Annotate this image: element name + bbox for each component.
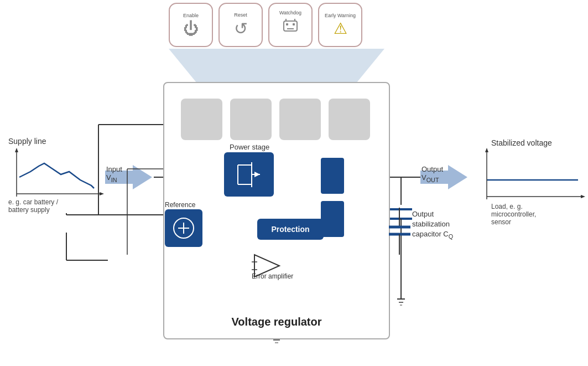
funnel-shape — [169, 49, 384, 86]
reference-block — [165, 209, 202, 247]
reset-icon-box: Reset ↺ — [218, 3, 263, 47]
grey-box-1 — [181, 99, 222, 140]
power-stage-block — [224, 152, 274, 197]
input-label: Input VIN — [106, 165, 122, 183]
reference-symbol — [171, 216, 196, 240]
output-cap-label: Outputstabilizationcapacitor CQ — [412, 209, 453, 241]
output-label: Output VOUT — [422, 165, 443, 183]
early-warning-label: Early Warning — [325, 13, 356, 18]
svg-marker-61 — [254, 172, 260, 177]
cap-symbol — [384, 208, 415, 257]
svg-marker-2 — [100, 192, 104, 195]
watchdog-label: Watchdog — [279, 10, 301, 16]
watchdog-symbol — [280, 17, 300, 40]
early-warning-symbol: ⚠ — [334, 19, 347, 38]
error-amplifier-label: Error amplifier — [252, 272, 293, 280]
enable-symbol: ⏻ — [183, 19, 199, 38]
top-icons-row: Enable ⏻ Reset ↺ Watchdog Earl — [169, 3, 362, 47]
protection-block: Protection — [257, 219, 324, 240]
early-warning-icon-box: Early Warning ⚠ — [318, 3, 362, 47]
diagram-container: Enable ⏻ Reset ↺ Watchdog Earl — [0, 0, 588, 366]
grey-box-2 — [230, 99, 272, 140]
enable-icon-box: Enable ⏻ — [169, 3, 213, 47]
grey-box-3 — [279, 99, 321, 140]
supply-subtitle: e. g. car battery /battery supply — [8, 198, 58, 214]
reference-label: Reference — [165, 201, 195, 209]
load-label: Load, e. g.microcontroller,sensor — [491, 203, 582, 226]
stabilized-voltage-section: Stabilized voltage Load, e. g.microcontr… — [491, 138, 582, 226]
regulator-title: Voltage regulator — [232, 316, 322, 328]
power-stage-symbol — [232, 159, 266, 190]
resistor-block-top — [321, 158, 344, 194]
output-cap — [384, 208, 415, 260]
svg-rect-51 — [286, 23, 288, 25]
output-subscript: OUT — [426, 177, 439, 183]
svg-rect-50 — [284, 21, 297, 31]
supply-title: Supply line — [8, 137, 58, 146]
grey-box-4 — [329, 99, 370, 140]
power-stage-label: Power stage — [230, 143, 269, 151]
protection-label: Protection — [271, 225, 309, 234]
reset-symbol: ↺ — [234, 19, 248, 38]
resistor-block-bottom — [321, 201, 344, 237]
watchdog-icon-box: Watchdog — [268, 3, 313, 47]
svg-marker-8 — [485, 148, 488, 152]
grey-placeholders — [181, 99, 370, 140]
input-subscript: IN — [111, 177, 117, 183]
stabilized-voltage-label: Stabilized voltage — [491, 138, 582, 147]
svg-rect-52 — [293, 23, 295, 25]
enable-label: Enable — [183, 13, 199, 18]
reset-label: Reset — [234, 12, 247, 18]
supply-section: Supply line e. g. car battery /battery s… — [8, 137, 58, 214]
